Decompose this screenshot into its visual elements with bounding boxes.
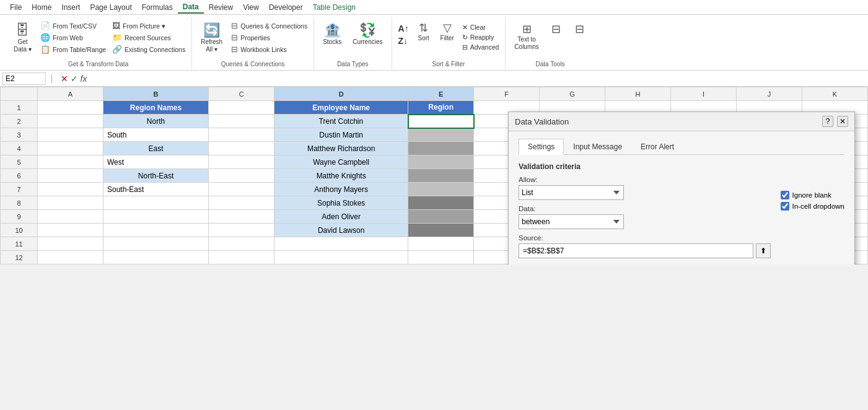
cell-6-C[interactable] — [209, 169, 274, 183]
row-header-5[interactable]: 5 — [1, 155, 38, 169]
dialog-close-button[interactable]: ✕ — [837, 116, 848, 127]
cell-8-D[interactable]: Sophia Stokes — [274, 196, 408, 210]
cell-9-B[interactable] — [103, 210, 208, 224]
col-header-c[interactable]: C — [209, 87, 274, 101]
cancel-formula-icon[interactable]: ✕ — [61, 74, 68, 84]
cell-5-B[interactable]: West — [103, 155, 208, 169]
cell-1-C[interactable] — [209, 101, 274, 115]
cell-5-E[interactable] — [408, 155, 474, 169]
cell-2-E[interactable] — [408, 115, 474, 128]
menu-item-home[interactable]: Home — [27, 2, 56, 13]
row-header-1[interactable]: 1 — [1, 101, 38, 115]
advanced-button[interactable]: ⊟ Advanced — [460, 42, 502, 52]
cell-5-A[interactable] — [38, 155, 103, 169]
cell-10-E[interactable] — [408, 224, 474, 237]
cell-3-A[interactable] — [38, 128, 103, 142]
row-header-10[interactable]: 10 — [1, 224, 38, 237]
cell-11-C[interactable] — [209, 237, 274, 251]
col-header-k[interactable]: K — [802, 87, 867, 101]
cell-10-D[interactable]: David Lawson — [274, 224, 408, 237]
menu-item-table-design[interactable]: Table Design — [308, 2, 361, 13]
cell-reference-input[interactable] — [2, 72, 46, 85]
cell-8-E[interactable] — [408, 196, 474, 210]
cell-11-B[interactable] — [103, 237, 208, 251]
allow-select[interactable]: List — [519, 185, 624, 200]
cell-8-C[interactable] — [209, 196, 274, 210]
data-select[interactable]: between — [519, 214, 624, 229]
cell-4-A[interactable] — [38, 142, 103, 155]
cell-3-B[interactable]: South — [103, 128, 208, 142]
cell-2-D[interactable]: Trent Cotchin — [274, 115, 408, 128]
recent-sources-button[interactable]: 📁 Recent Sources — [110, 32, 188, 43]
col-header-g[interactable]: G — [540, 87, 605, 101]
in-cell-dropdown-checkbox[interactable] — [781, 202, 789, 211]
menu-item-formulas[interactable]: Formulas — [137, 2, 178, 13]
insert-function-icon[interactable]: fx — [81, 74, 87, 84]
row-header-3[interactable]: 3 — [1, 128, 38, 142]
reapply-button[interactable]: ↻ Reapply — [460, 32, 502, 42]
cell-12-A[interactable] — [38, 251, 103, 264]
queries-connections-button[interactable]: ⊟ Queries & Connections — [229, 20, 310, 32]
cell-11-E[interactable] — [408, 237, 474, 251]
tab-settings[interactable]: Settings — [519, 139, 564, 155]
cell-2-C[interactable] — [209, 115, 274, 128]
cell-10-B[interactable] — [103, 224, 208, 237]
cell-4-D[interactable]: Matthew Richardson — [274, 142, 408, 155]
cell-5-D[interactable]: Wayne Campbell — [274, 155, 408, 169]
cell-1-D[interactable]: Employee Name — [274, 101, 408, 115]
cell-3-C[interactable] — [209, 128, 274, 142]
cell-12-C[interactable] — [209, 251, 274, 264]
filter-button[interactable]: ▽ Filter — [436, 20, 458, 45]
cell-9-D[interactable]: Aden Oliver — [274, 210, 408, 224]
tab-input-message[interactable]: Input Message — [564, 139, 631, 154]
cell-4-B[interactable]: East — [103, 142, 208, 155]
cell-12-E[interactable] — [408, 251, 474, 264]
cell-1-E[interactable]: Region — [408, 101, 474, 115]
cell-1-A[interactable] — [38, 101, 103, 115]
cell-11-A[interactable] — [38, 237, 103, 251]
cell-2-B[interactable]: North — [103, 115, 208, 128]
source-input[interactable] — [519, 243, 753, 258]
row-header-11[interactable]: 11 — [1, 237, 38, 251]
cell-9-E[interactable] — [408, 210, 474, 224]
cell-10-C[interactable] — [209, 224, 274, 237]
data-tools-btn3[interactable]: ⊟ — [569, 20, 591, 38]
col-header-i[interactable]: I — [671, 87, 737, 101]
menu-item-data[interactable]: Data — [178, 1, 204, 14]
workbook-links-button[interactable]: ⊟ Workbook Links — [229, 43, 310, 55]
properties-button[interactable]: ⊟ Properties — [229, 32, 310, 43]
cell-6-E[interactable] — [408, 169, 474, 183]
cell-6-A[interactable] — [38, 169, 103, 183]
cell-3-D[interactable]: Dustin Martin — [274, 128, 408, 142]
menu-item-view[interactable]: View — [238, 2, 264, 13]
data-tools-btn2[interactable]: ⊟ — [545, 20, 568, 38]
cell-1-B[interactable]: Region Names — [103, 101, 208, 115]
col-header-e[interactable]: E — [408, 87, 474, 101]
from-table-range-button[interactable]: 📋 From Table/Range — [38, 43, 108, 55]
currencies-button[interactable]: 💱 Currencies — [348, 20, 387, 50]
confirm-formula-icon[interactable]: ✓ — [71, 74, 78, 84]
cell-12-D[interactable] — [274, 251, 408, 264]
row-header-9[interactable]: 9 — [1, 210, 38, 224]
cell-7-A[interactable] — [38, 183, 103, 196]
row-header-12[interactable]: 12 — [1, 251, 38, 264]
from-web-button[interactable]: 🌐 From Web — [38, 32, 108, 43]
cell-9-A[interactable] — [38, 210, 103, 224]
cell-7-C[interactable] — [209, 183, 274, 196]
menu-item-developer[interactable]: Developer — [264, 2, 308, 13]
row-header-6[interactable]: 6 — [1, 169, 38, 183]
cell-4-E[interactable] — [408, 142, 474, 155]
dialog-help-button[interactable]: ? — [822, 116, 833, 127]
menu-item-page-layout[interactable]: Page Layout — [85, 2, 136, 13]
from-text-csv-button[interactable]: 📄 From Text/CSV — [38, 20, 108, 32]
cell-3-E[interactable] — [408, 128, 474, 142]
get-data-button[interactable]: 🗄 GetData ▾ — [9, 20, 37, 57]
cell-6-B[interactable]: North-East — [103, 169, 208, 183]
cell-7-B[interactable]: South-East — [103, 183, 208, 196]
sort-az-button[interactable]: A↑ — [396, 22, 411, 35]
menu-item-insert[interactable]: Insert — [56, 2, 85, 13]
row-header-4[interactable]: 4 — [1, 142, 38, 155]
col-header-f[interactable]: F — [474, 87, 540, 101]
cell-8-B[interactable] — [103, 196, 208, 210]
ignore-blank-checkbox[interactable] — [781, 191, 789, 199]
